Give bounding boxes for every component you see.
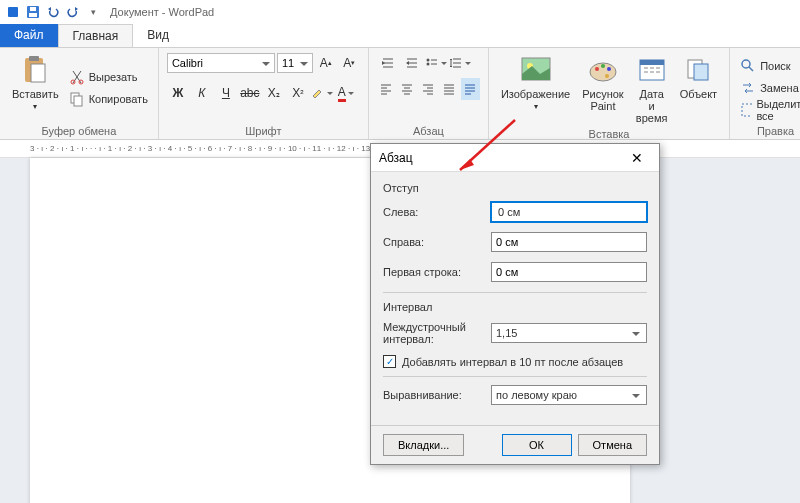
group-insert: Изображение▾ Рисунок Paint Дата и время … — [489, 48, 730, 139]
dialog-title: Абзац — [379, 151, 413, 165]
ribbon: Вставить ▾ Вырезать Копировать Буфер обм… — [0, 48, 800, 140]
dialog-titlebar: Абзац ✕ — [371, 144, 659, 172]
svg-point-24 — [742, 60, 750, 68]
svg-rect-5 — [29, 56, 39, 61]
alignment-select[interactable]: по левому краю — [491, 385, 647, 405]
linespacing-label: Междустрочный интервал: — [383, 321, 483, 345]
font-family-combo[interactable]: Calibri — [167, 53, 275, 73]
select-all-button[interactable]: Выделить все — [738, 100, 800, 120]
highlight-icon[interactable] — [311, 82, 333, 104]
quick-access-toolbar: ▾ — [4, 3, 102, 21]
close-icon[interactable]: ✕ — [623, 144, 651, 172]
decrease-indent-icon[interactable] — [377, 52, 399, 74]
svg-rect-2 — [29, 13, 37, 17]
group-clipboard: Вставить ▾ Вырезать Копировать Буфер обм… — [0, 48, 159, 139]
group-paragraph: Абзац — [369, 48, 489, 139]
svg-rect-10 — [74, 96, 82, 106]
undo-icon[interactable] — [44, 3, 62, 21]
addspace-checkbox[interactable]: ✓ — [383, 355, 396, 368]
tab-home[interactable]: Главная — [58, 24, 134, 47]
svg-rect-6 — [31, 64, 45, 82]
subscript-icon[interactable]: X₂ — [263, 82, 285, 104]
left-indent-input[interactable]: 0 см — [491, 202, 647, 222]
svg-point-8 — [79, 80, 83, 84]
svg-point-11 — [426, 59, 429, 62]
right-indent-label: Справа: — [383, 236, 483, 248]
bold-icon[interactable]: Ж — [167, 82, 189, 104]
redo-icon[interactable] — [64, 3, 82, 21]
app-menu-icon[interactable] — [4, 3, 22, 21]
svg-rect-21 — [640, 60, 664, 65]
font-color-icon[interactable]: A — [335, 82, 357, 104]
svg-rect-23 — [694, 64, 708, 80]
insert-datetime-button[interactable]: Дата и время — [632, 52, 672, 126]
svg-point-16 — [595, 67, 599, 71]
align-center-icon[interactable] — [398, 78, 417, 100]
align-right-icon[interactable] — [419, 78, 438, 100]
right-indent-input[interactable] — [491, 232, 647, 252]
svg-rect-25 — [742, 104, 752, 116]
group-editing-label: Правка — [738, 123, 800, 137]
underline-icon[interactable]: Ч — [215, 82, 237, 104]
ribbon-tabs: Файл Главная Вид — [0, 24, 800, 48]
svg-point-18 — [607, 67, 611, 71]
group-font-label: Шрифт — [167, 123, 360, 137]
group-editing: Поиск Замена Выделить все Правка — [730, 48, 800, 139]
strikethrough-icon[interactable]: abс — [239, 82, 261, 104]
alignment-label: Выравнивание: — [383, 389, 483, 401]
group-insert-label: Вставка — [497, 126, 721, 140]
shrink-font-icon[interactable]: A▾ — [338, 52, 360, 74]
paste-label: Вставить — [12, 88, 59, 100]
ok-button[interactable]: ОК — [502, 434, 572, 456]
qat-dropdown-icon[interactable]: ▾ — [84, 3, 102, 21]
paragraph-dialog: Абзац ✕ Отступ Слева: 0 см Справа: Перва… — [370, 143, 660, 465]
insert-image-button[interactable]: Изображение▾ — [497, 52, 574, 126]
spacing-section-label: Интервал — [383, 301, 647, 313]
window-title: Документ - WordPad — [110, 6, 214, 18]
insert-object-button[interactable]: Объект — [676, 52, 721, 126]
line-spacing-icon[interactable] — [449, 52, 471, 74]
svg-rect-3 — [30, 7, 36, 11]
left-indent-label: Слева: — [383, 206, 483, 218]
svg-rect-0 — [8, 7, 18, 17]
justify-icon[interactable] — [440, 78, 459, 100]
svg-point-17 — [601, 64, 605, 68]
save-icon[interactable] — [24, 3, 42, 21]
group-paragraph-label: Абзац — [377, 123, 480, 137]
italic-icon[interactable]: К — [191, 82, 213, 104]
group-clipboard-label: Буфер обмена — [8, 123, 150, 137]
title-bar: ▾ Документ - WordPad — [0, 0, 800, 24]
increase-indent-icon[interactable] — [401, 52, 423, 74]
align-left-icon[interactable] — [377, 78, 396, 100]
svg-point-7 — [71, 80, 75, 84]
paragraph-dialog-icon[interactable] — [461, 78, 480, 100]
cancel-button[interactable]: Отмена — [578, 434, 647, 456]
tab-view[interactable]: Вид — [133, 24, 183, 47]
paste-button[interactable]: Вставить ▾ — [8, 52, 63, 123]
font-size-combo[interactable]: 11 — [277, 53, 313, 73]
firstline-indent-input[interactable] — [491, 262, 647, 282]
svg-point-12 — [426, 63, 429, 66]
replace-button[interactable]: Замена — [738, 78, 800, 98]
indent-section-label: Отступ — [383, 182, 647, 194]
tab-file[interactable]: Файл — [0, 24, 58, 47]
addspace-label: Добавлять интервал в 10 пт после абзацев — [402, 356, 623, 368]
bullets-icon[interactable] — [425, 52, 447, 74]
superscript-icon[interactable]: X² — [287, 82, 309, 104]
insert-paint-button[interactable]: Рисунок Paint — [578, 52, 628, 126]
svg-point-19 — [605, 74, 609, 78]
linespacing-select[interactable]: 1,15 — [491, 323, 647, 343]
group-font: Calibri 11 A▴ A▾ Ж К Ч abс X₂ X² A Шрифт — [159, 48, 369, 139]
cut-button[interactable]: Вырезать — [67, 67, 150, 87]
firstline-indent-label: Первая строка: — [383, 266, 483, 278]
grow-font-icon[interactable]: A▴ — [315, 52, 337, 74]
find-button[interactable]: Поиск — [738, 56, 800, 76]
copy-button[interactable]: Копировать — [67, 89, 150, 109]
tabs-button[interactable]: Вкладки... — [383, 434, 464, 456]
